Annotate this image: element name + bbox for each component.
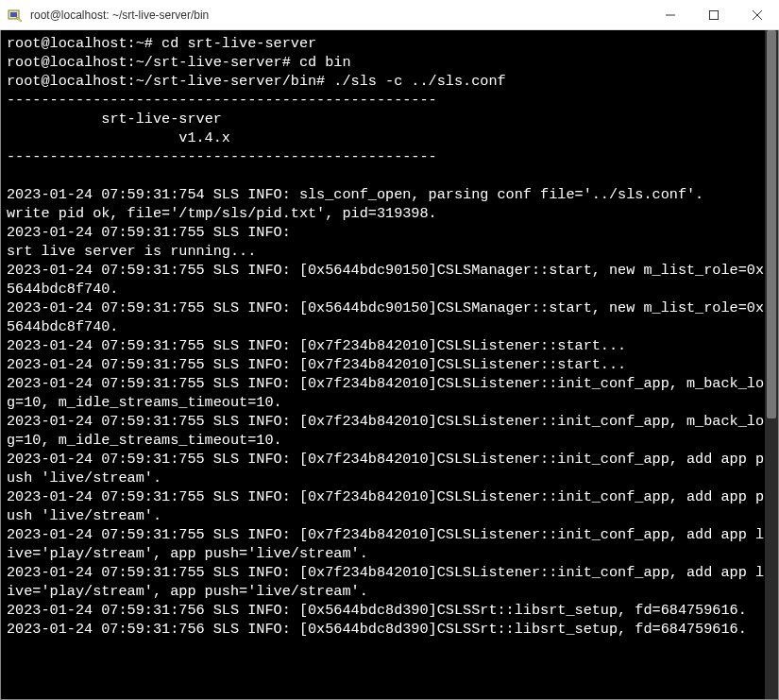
window-titlebar: root@localhost: ~/srt-live-server/bin <box>0 0 779 30</box>
putty-icon <box>8 8 23 23</box>
window-title: root@localhost: ~/srt-live-server/bin <box>30 9 649 22</box>
terminal-area: root@localhost:~# cd srt-live-server roo… <box>0 30 779 700</box>
scrollbar[interactable] <box>765 30 778 699</box>
window-controls <box>649 0 779 29</box>
terminal-output[interactable]: root@localhost:~# cd srt-live-server roo… <box>1 30 778 699</box>
close-button[interactable] <box>736 0 779 29</box>
svg-rect-2 <box>710 10 719 19</box>
maximize-button[interactable] <box>692 0 736 29</box>
minimize-button[interactable] <box>649 0 692 29</box>
svg-rect-1 <box>10 12 17 17</box>
scrollbar-thumb[interactable] <box>767 30 776 418</box>
